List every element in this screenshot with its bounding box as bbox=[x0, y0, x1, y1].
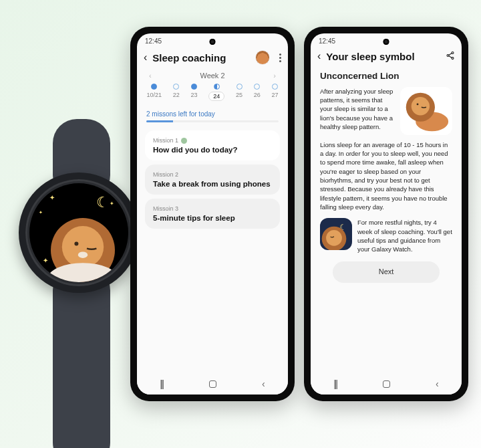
phone-sleep-coaching: 12:45 ‹ Sleep coaching ‹ Week 2 › 10/212… bbox=[130, 27, 295, 401]
day-dot bbox=[272, 84, 278, 90]
svg-point-3 bbox=[74, 241, 78, 245]
front-camera bbox=[383, 39, 389, 45]
nav-back-icon[interactable]: ‹ bbox=[262, 378, 265, 389]
day-27[interactable]: 27 bbox=[272, 84, 279, 101]
mission-card-3[interactable]: Missoin 35-minute tips for sleep bbox=[145, 199, 280, 229]
day-label: 22 bbox=[173, 92, 180, 98]
symbol-paragraph-2: Lions sleep for an average of 10 - 15 ho… bbox=[320, 140, 452, 211]
watch-face[interactable]: ✦ ✦ ✦ ✦ ✦ ☾ bbox=[29, 183, 128, 282]
week-navigator: ‹ Week 2 › bbox=[137, 70, 288, 84]
back-icon[interactable]: ‹ bbox=[317, 50, 321, 62]
mission-title: How did you do today? bbox=[153, 146, 272, 154]
coaching-tip: ☾ For more restful nights, try 4 week of… bbox=[320, 218, 452, 253]
android-nav-bar: ||| ‹ bbox=[311, 373, 462, 395]
week-label: Week 2 bbox=[200, 72, 224, 80]
day-selector: 10/21222324252627 bbox=[137, 84, 288, 105]
svg-point-1 bbox=[62, 226, 104, 267]
profile-avatar-lion[interactable] bbox=[255, 50, 270, 65]
mission-tag: Mission 2 bbox=[153, 171, 272, 178]
nav-recent-icon[interactable]: ||| bbox=[333, 378, 337, 389]
mission-title: Take a break from using phones bbox=[153, 180, 272, 188]
day-dot bbox=[214, 84, 220, 90]
missions-progress bbox=[146, 120, 279, 122]
svg-point-10 bbox=[412, 97, 430, 115]
mission-card-2[interactable]: Mission 2Take a break from using phones bbox=[145, 164, 280, 195]
next-button[interactable]: Next bbox=[333, 261, 440, 282]
svg-point-4 bbox=[78, 251, 88, 258]
day-24[interactable]: 24 bbox=[208, 84, 224, 101]
night-tile-icon: ☾ bbox=[320, 218, 352, 250]
day-dot bbox=[173, 84, 179, 90]
phone-sleep-symbol: 12:45 ‹ Your sleep symbol Unconcerned Li… bbox=[304, 27, 468, 401]
lion-icon bbox=[43, 210, 123, 282]
day-26[interactable]: 26 bbox=[254, 84, 261, 101]
day-label: 10/21 bbox=[146, 92, 162, 98]
watch-body: ✦ ✦ ✦ ✦ ✦ ☾ bbox=[19, 173, 139, 293]
done-check-icon bbox=[181, 138, 187, 144]
moon-icon: ☾ bbox=[96, 194, 110, 211]
nav-home-icon[interactable] bbox=[383, 380, 390, 388]
day-label: 27 bbox=[272, 92, 279, 98]
mission-tag: Missoin 3 bbox=[153, 205, 272, 212]
galaxy-watch: ✦ ✦ ✦ ✦ ✦ ☾ bbox=[19, 173, 144, 293]
nav-back-icon[interactable]: ‹ bbox=[436, 378, 439, 389]
mission-tag: Mission 1 bbox=[153, 137, 272, 144]
symbol-heading: Unconcerned Lion bbox=[320, 70, 452, 83]
day-22[interactable]: 22 bbox=[173, 84, 180, 101]
coaching-tip-text: For more restful nights, try 4 week of s… bbox=[357, 218, 452, 253]
day-label: 26 bbox=[254, 92, 261, 98]
day-dot bbox=[151, 84, 157, 90]
page-title: Your sleep symbol bbox=[326, 51, 414, 62]
svg-point-11 bbox=[417, 103, 419, 105]
day-23[interactable]: 23 bbox=[190, 84, 197, 101]
day-dot bbox=[236, 84, 243, 90]
share-icon[interactable] bbox=[446, 51, 455, 62]
day-25[interactable]: 25 bbox=[236, 84, 243, 101]
prev-week-icon[interactable]: ‹ bbox=[149, 72, 152, 80]
mission-title: 5-minute tips for sleep bbox=[153, 214, 272, 222]
mission-card-1[interactable]: Mission 1How did you do today? bbox=[145, 130, 280, 160]
more-options-icon[interactable] bbox=[279, 53, 281, 62]
day-label: 24 bbox=[208, 92, 224, 101]
day-label: 25 bbox=[236, 92, 243, 98]
day-dot bbox=[191, 84, 197, 90]
missions-summary: 2 missons left for today bbox=[137, 105, 288, 120]
day-10/21[interactable]: 10/21 bbox=[146, 84, 162, 101]
nav-recent-icon[interactable]: ||| bbox=[160, 378, 163, 389]
front-camera bbox=[210, 39, 216, 45]
page-title: Sleep coaching bbox=[152, 52, 226, 64]
android-nav-bar: ||| ‹ bbox=[137, 373, 288, 395]
day-label: 23 bbox=[190, 92, 197, 98]
svg-point-13 bbox=[326, 230, 342, 246]
back-icon[interactable]: ‹ bbox=[144, 51, 147, 64]
day-dot bbox=[254, 84, 260, 90]
lion-illustration bbox=[400, 87, 452, 135]
watch-strap-bottom bbox=[53, 266, 110, 448]
nav-home-icon[interactable] bbox=[209, 380, 216, 388]
next-week-icon[interactable]: › bbox=[273, 72, 276, 80]
